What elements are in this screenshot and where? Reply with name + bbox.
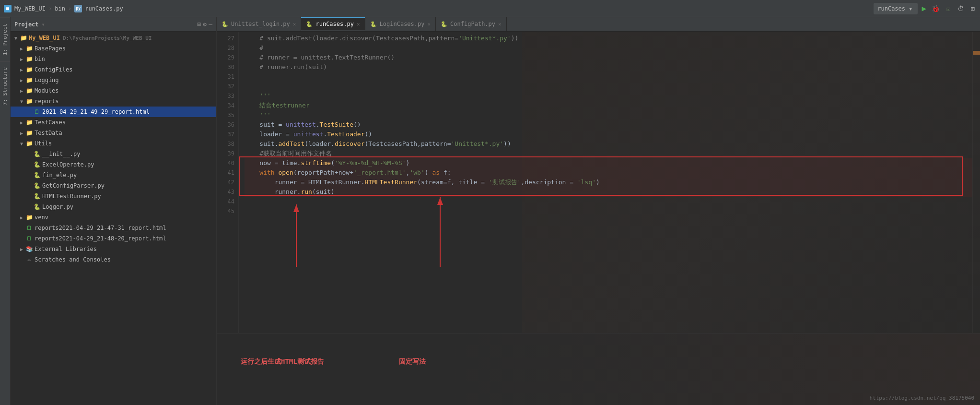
code-line-27: # suit.addTest(loader.discover(Testcases…	[245, 34, 972, 43]
minimap-highlight	[973, 51, 980, 55]
structure-tab[interactable]: 7: Structure	[0, 61, 10, 111]
dropdown-arrow-icon[interactable]: ▾	[907, 5, 914, 12]
tab-close-logincases[interactable]: ✕	[427, 21, 431, 27]
panel-icons: ⊞ ⚙ —	[198, 21, 212, 28]
annotation-text-1: 运行之后生成HTML测试报告	[241, 357, 324, 366]
run-config-group[interactable]: runCases ▾	[874, 3, 918, 14]
code-line-28: #	[245, 43, 972, 53]
code-line-36: suit = unittest.TestSuite()	[245, 120, 972, 130]
code-line-29: # runner = unittest.TextTestRunner()	[245, 53, 972, 62]
tree-logger[interactable]: 🐍 Logger.py	[11, 202, 216, 212]
tree-report3-html[interactable]: 🗒 reports2021-04-29_21-48-20_report.html	[11, 233, 216, 244]
tree-reports[interactable]: ▼ 📁 reports	[11, 96, 216, 107]
tree-excelop[interactable]: 🐍 ExcelOperate.py	[11, 159, 216, 170]
tree-getconfigparser[interactable]: 🐍 GetConfigParser.py	[11, 180, 216, 191]
code-line-33: '''	[245, 91, 972, 101]
toolbar-right: runCases ▾ ▶ 🐞 ☑ ⏱ ⊞	[874, 3, 976, 14]
project-name: My_WEB_UI	[14, 5, 46, 12]
tab-bar: 🐍 Unittest_login.py ✕ 🐍 runCases.py ✕ 🐍 …	[217, 17, 980, 32]
panel-title: Project	[14, 21, 39, 28]
project-panel: Project ▾ ⊞ ⚙ — ▼ 📁 My_WEB_UI D:\Pycharm…	[11, 17, 217, 405]
tree-utils[interactable]: ▼ 📁 Utils	[11, 138, 216, 149]
code-line-41: with open(reportPath+now+'_report.html',…	[245, 168, 972, 178]
code-line-34: 结合testrunner	[245, 101, 972, 110]
tree-external-libs[interactable]: ▶ 📚 External Libraries	[11, 244, 216, 254]
debug-icon[interactable]: 🐞	[930, 5, 941, 12]
code-line-45	[245, 206, 972, 216]
code-line-42: runner = HTMLTestRunner.HTMLTestRunner(s…	[245, 178, 972, 187]
editor-area: 🐍 Unittest_login.py ✕ 🐍 runCases.py ✕ 🐍 …	[217, 17, 980, 405]
coverage-icon[interactable]: ☑	[945, 5, 952, 12]
code-content[interactable]: # suit.addTest(loader.discover(Testcases…	[239, 32, 972, 333]
tab-runcases[interactable]: 🐍 runCases.py ✕	[301, 17, 365, 30]
tree-testdata[interactable]: ▶ 📁 TestData	[11, 128, 216, 138]
tab-label-logincases: LoginCases.py	[380, 21, 425, 27]
more-icon[interactable]: ⊞	[969, 5, 976, 12]
root-name: My_WEB_UI	[29, 35, 60, 41]
watermark: https://blog.csdn.net/qq_38175040	[869, 395, 974, 401]
tab-icon-runcases: 🐍	[306, 21, 313, 27]
tab-close-unittest[interactable]: ✕	[293, 21, 296, 27]
tab-close-configpath[interactable]: ✕	[498, 21, 502, 27]
settings-icon[interactable]: ⚙	[203, 21, 207, 28]
code-line-43: runner.run(suit)	[245, 187, 972, 197]
project-tree: ▼ 📁 My_WEB_UI D:\PycharmProjects\My_WEB_…	[11, 32, 216, 405]
tab-unittest-login[interactable]: 🐍 Unittest_login.py ✕	[217, 17, 301, 31]
tab-icon-configpath: 🐍	[441, 21, 447, 27]
code-line-30: # runner.run(suit)	[245, 62, 972, 72]
tree-report-html[interactable]: 🗒 2021-04-29_21-49-29_report.html	[11, 107, 216, 117]
code-line-39: #获取当前时间用作文件名	[245, 149, 972, 158]
tree-modules[interactable]: ▶ 📁 Modules	[11, 85, 216, 96]
profile-icon[interactable]: ⏱	[956, 5, 966, 12]
tree-testcases[interactable]: ▶ 📁 TestCases	[11, 117, 216, 128]
run-config-name: runCases	[877, 5, 905, 12]
main-container: 1: Project 7: Structure Project ▾ ⊞ ⚙ — …	[0, 17, 980, 405]
tab-label-runcases: runCases.py	[315, 21, 353, 27]
collapse-icon[interactable]: ⊞	[198, 21, 201, 28]
code-line-40: now = time.strftime('%Y-%m-%d_%H-%M-%S')	[245, 158, 972, 168]
tree-init[interactable]: 🐍 __init__.py	[11, 149, 216, 159]
annotation-text-2: 固定写法	[399, 357, 426, 366]
run-button[interactable]: ▶	[922, 4, 926, 13]
tree-report2-html[interactable]: 🗒 reports2021-04-29_21-47-31_report.html	[11, 223, 216, 233]
tree-basepages[interactable]: ▶ 📁 BasePages	[11, 43, 216, 54]
file-icon-small: py	[74, 5, 82, 12]
minimap	[972, 32, 980, 333]
left-tab-strip: 1: Project 7: Structure	[0, 17, 11, 405]
tab-label-unittest: Unittest_login.py	[231, 21, 290, 27]
tree-configfiles[interactable]: ▶ 📁 ConfigFiles	[11, 64, 216, 75]
tab-configpath[interactable]: 🐍 ConfigPath.py ✕	[436, 17, 507, 31]
app-logo: ■	[4, 5, 12, 12]
panel-header: Project ▾ ⊞ ⚙ —	[11, 17, 216, 32]
tree-root[interactable]: ▼ 📁 My_WEB_UI D:\PycharmProjects\My_WEB_…	[11, 33, 216, 43]
code-line-35: '''	[245, 110, 972, 120]
annotation-area: 运行之后生成HTML测试报告 固定写法 https://blog.csdn.ne…	[217, 333, 980, 405]
line-numbers: 27 28 29 30 31 32 33 34 35 36 37 38 39 4…	[217, 32, 239, 333]
tree-venv[interactable]: ▶ 📁 venv	[11, 212, 216, 223]
project-tab[interactable]: 1: Project	[0, 17, 10, 61]
title-breadcrumb: ■ My_WEB_UI › bin › py runCases.py	[4, 5, 870, 12]
tab-icon-unittest: 🐍	[222, 21, 228, 27]
tree-htmltestrunner[interactable]: 🐍 HTMLTestRunner.py	[11, 191, 216, 202]
tab-close-runcases[interactable]: ✕	[357, 21, 360, 27]
tree-finele[interactable]: 🐍 fin_ele.py	[11, 170, 216, 180]
editor-content: 27 28 29 30 31 32 33 34 35 36 37 38 39 4…	[217, 32, 980, 333]
reports-folder-label: reports	[35, 98, 59, 105]
breadcrumb-file: runCases.py	[85, 5, 123, 12]
tree-scratches[interactable]: ✏ Scratches and Consoles	[11, 254, 216, 265]
tab-logincases[interactable]: 🐍 LoginCases.py ✕	[365, 17, 436, 31]
code-line-44	[245, 197, 972, 206]
code-line-32	[245, 82, 972, 91]
code-line-31	[245, 72, 972, 82]
minimize-icon[interactable]: —	[209, 21, 212, 28]
title-bar: ■ My_WEB_UI › bin › py runCases.py runCa…	[0, 0, 980, 17]
tree-bin[interactable]: ▶ 📁 bin	[11, 54, 216, 64]
code-line-38: suit.addTest(loader.discover(TestcasesPa…	[245, 139, 972, 149]
tab-icon-logincases: 🐍	[370, 21, 377, 27]
tree-logging[interactable]: ▶ 📁 Logging	[11, 75, 216, 85]
breadcrumb-bin: bin	[55, 5, 65, 12]
code-line-37: loader = unittest.TestLoader()	[245, 130, 972, 139]
tab-label-configpath: ConfigPath.py	[450, 21, 495, 27]
